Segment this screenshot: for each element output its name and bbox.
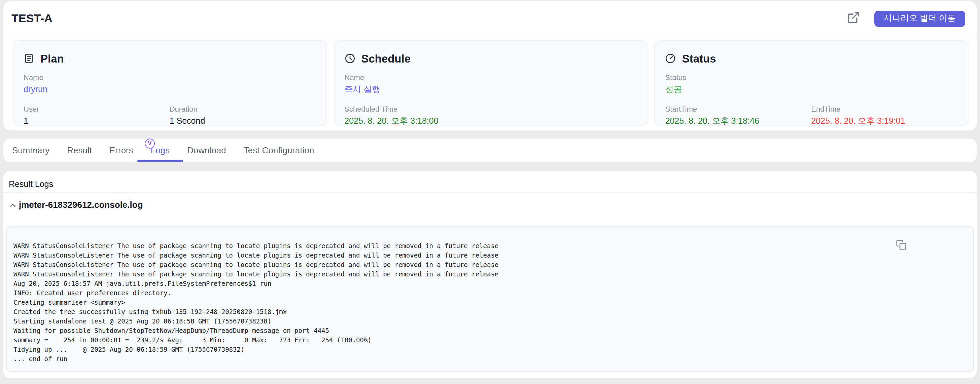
tab-test-configuration[interactable]: Test Configuration bbox=[235, 138, 323, 162]
tabs-panel: Summary Result Errors V Logs Download bbox=[3, 138, 977, 162]
status-field: Status 성공 bbox=[665, 73, 957, 95]
end-time-value: 2025. 8. 20. 오후 3:19:01 bbox=[811, 116, 957, 127]
plan-user-field: User 1 bbox=[24, 105, 170, 127]
schedule-card-title: Schedule bbox=[361, 52, 410, 65]
chevron-up-icon bbox=[9, 201, 17, 209]
page-title: TEST-A bbox=[11, 12, 52, 25]
clock-icon bbox=[344, 53, 355, 64]
log-line: summary = 254 in 00:00:01 = 239.2/s Avg:… bbox=[13, 336, 965, 345]
start-time-label: StartTime bbox=[665, 105, 811, 114]
tab-summary[interactable]: Summary bbox=[3, 138, 58, 162]
tab-bar: Summary Result Errors V Logs Download bbox=[3, 138, 977, 162]
log-output-box: WARN StatusConsoleListener The use of pa… bbox=[6, 226, 974, 372]
tab-errors[interactable]: Errors bbox=[100, 138, 142, 162]
tab-result[interactable]: Result bbox=[58, 138, 100, 162]
schedule-name-link[interactable]: 즉시 실행 bbox=[344, 85, 380, 95]
plan-user-label: User bbox=[24, 105, 170, 114]
status-card-title: Status bbox=[682, 52, 716, 65]
plan-card-title: Plan bbox=[40, 52, 64, 65]
plan-duration-value: 1 Second bbox=[170, 116, 316, 127]
start-time-value: 2025. 8. 20. 오후 3:18:46 bbox=[665, 116, 811, 127]
plan-user-value: 1 bbox=[24, 116, 170, 127]
log-line: Starting standalone test @ 2025 Aug 20 0… bbox=[13, 317, 965, 326]
log-line: WARN StatusConsoleListener The use of pa… bbox=[13, 270, 965, 279]
plan-name-label: Name bbox=[24, 73, 315, 82]
log-line: INFO: Created user preferences directory… bbox=[13, 289, 965, 298]
result-logs-title: Result Logs bbox=[3, 171, 977, 192]
log-lines: WARN StatusConsoleListener The use of pa… bbox=[13, 241, 965, 364]
scheduled-time-label: Scheduled Time bbox=[344, 105, 636, 114]
plan-duration-field: Duration 1 Second bbox=[170, 105, 316, 127]
start-time-field: StartTime 2025. 8. 20. 오후 3:18:46 bbox=[665, 105, 811, 127]
tab-summary-label: Summary bbox=[12, 145, 49, 156]
copy-button[interactable] bbox=[896, 240, 907, 250]
status-card: Status Status 성공 StartTime 2025. 8. 20. … bbox=[655, 40, 969, 126]
status-label: Status bbox=[665, 73, 957, 82]
log-line: Tidying up ... @ 2025 Aug 20 06:18:59 GM… bbox=[13, 345, 965, 354]
plan-card: Plan Name dryrun User 1 Duration 1 Secon… bbox=[13, 40, 327, 126]
plan-name-field: Name dryrun bbox=[24, 73, 315, 95]
schedule-card: Schedule Name 즉시 실행 Scheduled Time 2025.… bbox=[334, 40, 648, 126]
summary-cards: Plan Name dryrun User 1 Duration 1 Secon… bbox=[13, 40, 969, 126]
gauge-icon bbox=[665, 53, 676, 64]
tab-logs[interactable]: V Logs bbox=[142, 138, 178, 162]
log-line: WARN StatusConsoleListener The use of pa… bbox=[13, 241, 965, 251]
log-line: WARN StatusConsoleListener The use of pa… bbox=[13, 260, 965, 270]
end-time-field: EndTime 2025. 8. 20. 오후 3:19:01 bbox=[811, 105, 957, 127]
log-line: ... end of run bbox=[13, 354, 965, 364]
log-line: Created the tree successfully using txhu… bbox=[13, 307, 965, 317]
page-header: TEST-A 시나리오 빌더 이동 bbox=[3, 2, 977, 36]
tab-download-label: Download bbox=[187, 145, 226, 156]
scenario-builder-button[interactable]: 시나리오 빌더 이동 bbox=[874, 10, 965, 27]
open-external-button[interactable] bbox=[846, 11, 861, 26]
schedule-name-label: Name bbox=[344, 73, 636, 82]
log-line: WARN StatusConsoleListener The use of pa… bbox=[13, 251, 965, 260]
tab-errors-label: Errors bbox=[110, 145, 133, 156]
logs-v-badge: V bbox=[145, 138, 155, 149]
status-badge: 성공 bbox=[665, 85, 957, 95]
tab-download[interactable]: Download bbox=[178, 138, 235, 162]
plan-icon bbox=[24, 53, 34, 64]
plan-name-link[interactable]: dryrun bbox=[24, 85, 48, 95]
log-file-accordion[interactable]: jmeter-618329612.console.log bbox=[3, 193, 977, 213]
log-line: Waiting for possible Shutdown/StopTestNo… bbox=[13, 326, 965, 336]
end-time-label: EndTime bbox=[811, 105, 957, 114]
log-file-name: jmeter-618329612.console.log bbox=[19, 200, 143, 210]
log-line: Creating summariser <summary> bbox=[13, 298, 965, 307]
log-line: Aug 20, 2025 6:18:57 AM java.util.prefs.… bbox=[13, 279, 965, 289]
scheduled-time-field: Scheduled Time 2025. 8. 20. 오후 3:18:00 bbox=[344, 105, 636, 127]
plan-duration-label: Duration bbox=[170, 105, 316, 114]
copy-icon bbox=[896, 242, 907, 252]
schedule-name-field: Name 즉시 실행 bbox=[344, 73, 636, 95]
external-link-icon bbox=[847, 11, 860, 26]
result-logs-panel: Result Logs jmeter-618329612.console.log bbox=[3, 171, 977, 378]
test-overview-panel: TEST-A 시나리오 빌더 이동 bbox=[3, 2, 977, 130]
tab-test-configuration-label: Test Configuration bbox=[243, 145, 314, 156]
page: TEST-A 시나리오 빌더 이동 bbox=[0, 2, 980, 384]
tab-result-label: Result bbox=[67, 145, 92, 156]
scheduled-time-value: 2025. 8. 20. 오후 3:18:00 bbox=[344, 116, 636, 127]
